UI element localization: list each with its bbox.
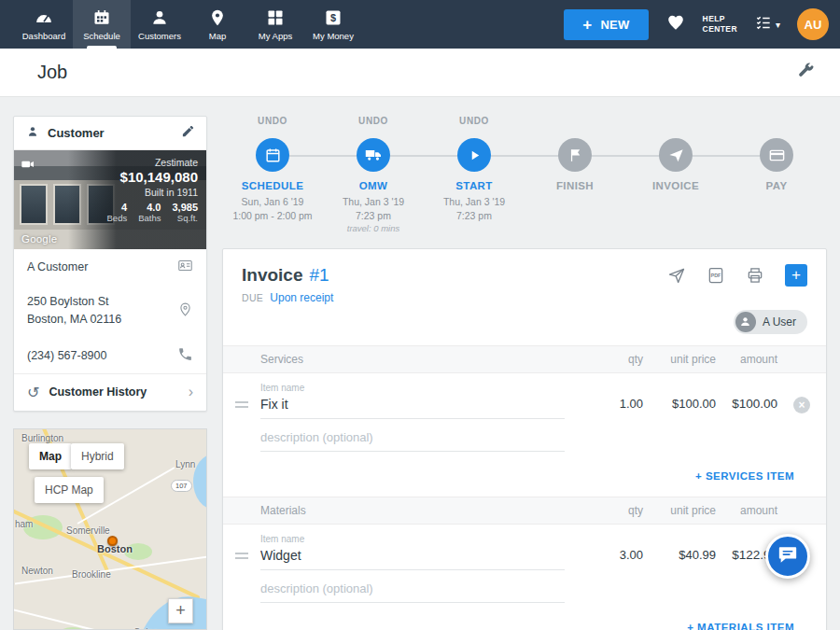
invoice-step-icon[interactable]	[659, 138, 693, 172]
contact-card-icon[interactable]	[177, 258, 193, 276]
nav-my-apps[interactable]: My Apps	[246, 0, 304, 49]
history-icon: ↺	[27, 384, 39, 401]
pdf-icon[interactable]: PDF	[707, 266, 725, 285]
tasks-menu-button[interactable]: ▾	[754, 13, 780, 35]
step-invoice: INVOICE	[625, 116, 726, 235]
start-step-icon[interactable]	[457, 138, 491, 172]
undo-start-button[interactable]: UNDO	[459, 116, 489, 134]
help-center-button[interactable]: HELP CENTER	[703, 14, 737, 35]
material-description-input[interactable]	[260, 580, 565, 603]
map-type-map-button[interactable]: Map	[29, 443, 72, 469]
service-item-name-input[interactable]	[260, 395, 565, 419]
invoice-card: Invoice #1 PDF + DUE Upon receipt	[222, 248, 827, 630]
assignee-chip[interactable]: A User	[734, 310, 807, 334]
page-header: Job	[0, 49, 840, 97]
service-item-row: Item name 1.00 $100.00 $100.00 ×	[223, 373, 826, 419]
beds-value: 4	[107, 202, 128, 213]
map-label-brookline: Brookline	[72, 569, 111, 580]
schedule-step-icon[interactable]	[256, 138, 289, 172]
qty-column-header: qty	[578, 504, 643, 517]
print-icon[interactable]	[746, 266, 764, 285]
service-item-unit-price[interactable]: $100.00	[643, 397, 716, 419]
nav-dashboard[interactable]: Dashboard	[15, 0, 73, 49]
undo-schedule-button[interactable]: UNDO	[258, 116, 287, 134]
plus-icon: +	[582, 17, 592, 33]
nav-label: Customers	[138, 31, 181, 41]
chat-fab-button[interactable]	[765, 534, 810, 579]
step-label: SCHEDULE	[242, 180, 303, 191]
customer-address-row: 250 Boylston St Boston, MA 02116	[14, 285, 206, 338]
services-title: Services	[260, 353, 578, 366]
send-invoice-icon[interactable]	[667, 266, 686, 285]
pay-step-icon[interactable]	[760, 138, 793, 172]
location-pin-icon[interactable]	[177, 301, 193, 320]
top-nav: Dashboard Schedule Customers Map My Apps…	[0, 0, 840, 49]
nav-customers[interactable]: Customers	[131, 0, 189, 49]
job-tools-icon[interactable]	[796, 61, 816, 84]
materials-section-header: Materials qty unit price amount	[223, 497, 826, 525]
money-icon: $	[324, 8, 343, 27]
nav-schedule[interactable]: Schedule	[73, 0, 131, 49]
zestimate-overlay: Zestimate $10,149,080 Built in 1911 4 Be…	[68, 150, 206, 249]
user-avatar[interactable]: AU	[797, 8, 829, 40]
phone-icon[interactable]	[177, 346, 193, 365]
material-item-qty[interactable]: 3.00	[578, 548, 643, 570]
help-center-line1: HELP	[703, 14, 737, 24]
remove-service-item-button[interactable]: ×	[793, 397, 810, 413]
photo-window	[20, 184, 48, 225]
qty-column-header: qty	[578, 353, 643, 366]
add-material-item-link[interactable]: + MATERIALS ITEM	[687, 622, 794, 630]
drag-handle[interactable]	[235, 550, 248, 559]
map-widget[interactable]: Burlington Lynn 107 ham Somerville Bosto…	[13, 428, 207, 630]
zoom-in-button[interactable]: +	[168, 598, 193, 623]
dashboard-icon	[35, 8, 53, 27]
customer-history-button[interactable]: ↺ Customer History ›	[14, 373, 206, 411]
refer-heart-icon[interactable]	[665, 12, 686, 36]
customer-phone-row: (234) 567-8900	[14, 338, 206, 373]
svg-text:$: $	[330, 12, 336, 23]
nav-map[interactable]: Map	[189, 0, 246, 49]
customer-name-row: A Customer	[14, 249, 206, 285]
material-item-unit-price[interactable]: $40.99	[643, 548, 716, 570]
address-line2: Boston, MA 02116	[27, 311, 121, 329]
service-item-qty[interactable]: 1.00	[578, 397, 643, 419]
omw-step-icon[interactable]	[357, 138, 390, 172]
nav-my-money[interactable]: $ My Money	[304, 0, 362, 49]
hcp-map-button[interactable]: HCP Map	[35, 477, 104, 503]
services-section-header: Services qty unit price amount	[223, 345, 826, 373]
nav-right-cluster: + NEW HELP CENTER ▾ AU	[564, 0, 829, 49]
map-marker[interactable]	[107, 536, 118, 546]
material-item-name-input[interactable]	[260, 546, 565, 570]
step-dates: Sun, Jan 6 '19 1:00 pm - 2:00 pm	[232, 195, 312, 222]
nav-label: Map	[209, 31, 226, 41]
checklist-icon	[754, 13, 773, 35]
finish-step-icon[interactable]	[558, 138, 592, 172]
amount-column-header: amount	[716, 504, 777, 517]
map-label-lynn: Lynn	[175, 459, 195, 469]
edit-customer-icon[interactable]	[181, 124, 195, 142]
help-center-line2: CENTER	[703, 24, 737, 35]
service-description-input[interactable]	[260, 428, 565, 452]
due-value-link[interactable]: Upon receipt	[270, 291, 333, 304]
zestimate-label: Zestimate	[155, 157, 198, 168]
due-label: DUE	[242, 292, 263, 303]
due-row: DUE Upon receipt	[242, 291, 807, 304]
add-invoice-item-button[interactable]: +	[785, 264, 807, 287]
step-label: START	[455, 180, 492, 191]
add-service-row: + SERVICES ITEM	[223, 452, 826, 497]
drag-handle[interactable]	[235, 399, 248, 408]
add-service-item-link[interactable]: + SERVICES ITEM	[695, 470, 794, 482]
customer-phone: (234) 567-8900	[27, 349, 106, 362]
add-material-row: + MATERIALS ITEM	[223, 603, 826, 630]
address-line1: 250 Boylston St	[27, 293, 121, 311]
map-zoom-controls: + −	[168, 598, 193, 630]
assignee-name: A User	[763, 315, 796, 329]
schedule-icon	[92, 8, 111, 27]
invoice-number-link[interactable]: #1	[309, 265, 329, 286]
service-item-description-row	[223, 419, 826, 452]
property-photo[interactable]: Zestimate $10,149,080 Built in 1911 4 Be…	[14, 150, 206, 249]
material-item-description-row	[223, 570, 826, 603]
new-button[interactable]: + NEW	[564, 9, 648, 40]
map-type-hybrid-button[interactable]: Hybrid	[71, 443, 124, 469]
undo-omw-button[interactable]: UNDO	[358, 116, 388, 134]
